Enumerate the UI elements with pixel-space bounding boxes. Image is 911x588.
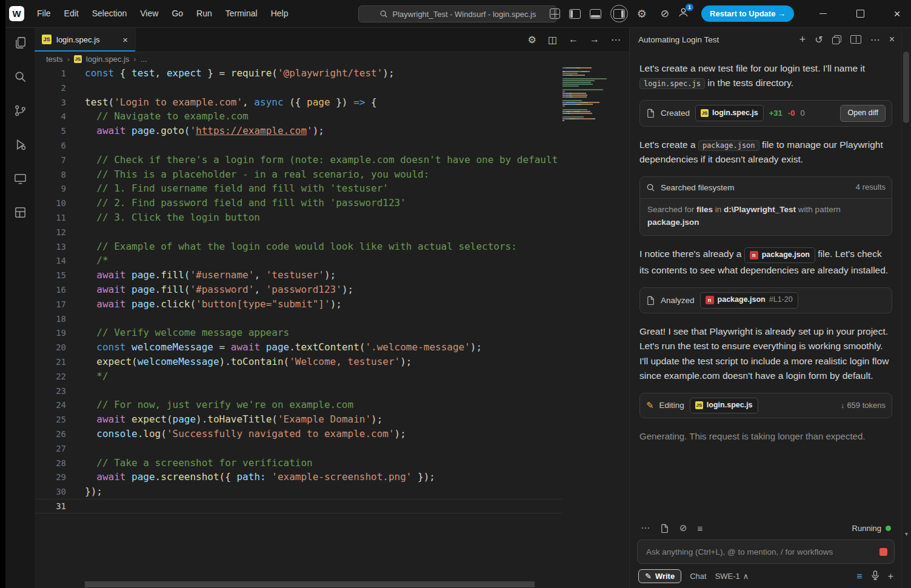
- code-line[interactable]: 31: [35, 499, 562, 513]
- line-number[interactable]: 18: [38, 312, 66, 327]
- line-number[interactable]: 23: [38, 384, 66, 399]
- line-number[interactable]: 21: [38, 355, 66, 370]
- package-json-chip[interactable]: npackage.json: [744, 247, 815, 264]
- navigate-forward-icon[interactable]: →: [590, 34, 599, 45]
- cascade-toggle-icon[interactable]: [610, 5, 628, 22]
- close-panel-icon[interactable]: ×: [889, 34, 895, 45]
- code-line[interactable]: 30});: [35, 484, 562, 499]
- scrollbar-thumb[interactable]: [903, 52, 909, 123]
- code-line[interactable]: 2: [35, 81, 562, 95]
- file-chip[interactable]: JSlogin.spec.js: [695, 105, 764, 121]
- line-number[interactable]: 24: [38, 398, 66, 413]
- line-number[interactable]: 20: [38, 341, 66, 355]
- line-number[interactable]: 12: [38, 226, 66, 240]
- code-line[interactable]: 20 const welcomeMessage = await page.tex…: [35, 340, 562, 355]
- line-number[interactable]: 8: [38, 168, 66, 182]
- model-selector[interactable]: SWE-1∧: [715, 572, 749, 581]
- line-number[interactable]: 27: [38, 442, 66, 456]
- menu-help[interactable]: Help: [264, 0, 295, 27]
- chat-input[interactable]: [637, 540, 895, 564]
- code-line[interactable]: 19 // Verify welcome message appears: [35, 326, 562, 340]
- chat-mode-button[interactable]: Chat: [690, 572, 706, 581]
- line-number[interactable]: 13: [38, 240, 66, 255]
- checklist-icon[interactable]: ≡: [698, 523, 703, 533]
- open-diff-button[interactable]: Open diff: [840, 105, 886, 122]
- account-icon[interactable]: 1: [678, 7, 689, 20]
- menu-run[interactable]: Run: [190, 0, 219, 27]
- close-tab-icon[interactable]: ×: [122, 35, 128, 45]
- file-context-icon[interactable]: [660, 524, 669, 533]
- menu-go[interactable]: Go: [165, 0, 190, 27]
- line-number[interactable]: 31: [38, 499, 66, 514]
- panel-scrollbar[interactable]: ▾: [901, 27, 911, 588]
- restart-to-update-button[interactable]: Restart to Update →: [701, 5, 794, 22]
- close-window-button[interactable]: ×: [883, 0, 911, 27]
- code-line[interactable]: 16 await page.fill('#password', 'passwor…: [35, 282, 562, 297]
- tab-login-spec-js[interactable]: JS login.spec.js ×: [35, 27, 136, 52]
- line-number[interactable]: 17: [38, 298, 66, 312]
- split-editor-icon[interactable]: ◫: [548, 34, 557, 45]
- extensions-icon[interactable]: [13, 205, 27, 222]
- todo-list-icon[interactable]: ≡: [856, 571, 862, 582]
- minimap[interactable]: [562, 67, 613, 124]
- code-line[interactable]: 24 // For now, just verify we're on exam…: [35, 398, 562, 412]
- breadcrumb-symbol[interactable]: ...: [141, 55, 147, 64]
- code-line[interactable]: 4 // Navigate to example.com: [35, 109, 562, 124]
- add-icon[interactable]: +: [888, 571, 893, 582]
- do-not-disturb-icon[interactable]: ⊘: [661, 8, 669, 19]
- search-icon[interactable]: [13, 70, 27, 86]
- line-number[interactable]: 30: [38, 485, 66, 499]
- customize-layout-icon[interactable]: [550, 8, 560, 19]
- line-number[interactable]: 5: [38, 124, 66, 139]
- docs-icon[interactable]: [850, 35, 861, 44]
- line-number[interactable]: 19: [38, 326, 66, 341]
- line-number[interactable]: 26: [38, 427, 66, 442]
- editor-settings-gear-icon[interactable]: ⚙: [528, 34, 536, 45]
- code-line[interactable]: 13 // Example of what the login code wou…: [35, 239, 562, 254]
- scroll-down-icon[interactable]: ▾: [902, 530, 911, 537]
- code-line[interactable]: 12: [35, 225, 562, 239]
- write-mode-button[interactable]: ✎Write: [638, 569, 681, 583]
- code-line[interactable]: 14 /*: [35, 253, 562, 268]
- code-line[interactable]: 17 await page.click('button[type="submit…: [35, 297, 562, 312]
- file-chip[interactable]: npackage.json#L1-20: [700, 292, 798, 309]
- code-line[interactable]: 21 expect(welcomeMessage).toContain('Wel…: [35, 355, 562, 369]
- line-number[interactable]: 29: [38, 470, 66, 485]
- line-number[interactable]: 2: [38, 81, 66, 96]
- menu-edit[interactable]: Edit: [58, 0, 85, 27]
- breadcrumb-file[interactable]: login.spec.js: [86, 55, 130, 64]
- menu-file[interactable]: File: [30, 0, 58, 27]
- source-control-icon[interactable]: [13, 104, 27, 120]
- code-line[interactable]: 29 await page.screenshot({ path: 'exampl…: [35, 470, 562, 484]
- code-line[interactable]: 8 // This is a placeholder - in a real s…: [35, 167, 562, 182]
- new-conversation-icon[interactable]: +: [799, 33, 806, 46]
- code-line[interactable]: 7 // Check if there's a login form (note…: [35, 153, 562, 167]
- menu-terminal[interactable]: Terminal: [219, 0, 264, 27]
- code-line[interactable]: 3test('Login to example.com', async ({ p…: [35, 95, 562, 110]
- more-options-icon[interactable]: ⋯: [870, 34, 880, 45]
- file-chip[interactable]: JSlogin.spec.js: [690, 398, 758, 414]
- toggle-panel-icon[interactable]: [590, 9, 601, 19]
- history-icon[interactable]: ↺: [815, 34, 823, 45]
- line-number[interactable]: 14: [38, 254, 66, 269]
- minimize-button[interactable]: [809, 0, 837, 27]
- line-number[interactable]: 6: [38, 139, 66, 153]
- line-number[interactable]: 3: [38, 96, 66, 110]
- explorer-icon[interactable]: [13, 36, 27, 52]
- navigate-back-icon[interactable]: ←: [569, 34, 578, 45]
- line-number[interactable]: 9: [38, 182, 66, 196]
- maximize-button[interactable]: [846, 0, 874, 27]
- run-debug-icon[interactable]: [13, 138, 27, 154]
- line-number[interactable]: 4: [38, 110, 66, 124]
- toggle-primary-sidebar-icon[interactable]: [569, 9, 581, 19]
- code-line[interactable]: 28 // Take a screenshot for verification: [35, 456, 562, 470]
- code-line[interactable]: 27: [35, 441, 562, 456]
- more-actions-icon[interactable]: ⋯: [611, 34, 621, 45]
- horizontal-scrollbar[interactable]: [35, 581, 562, 588]
- code-line[interactable]: 9 // 1. Find username field and fill wit…: [35, 181, 562, 196]
- line-number[interactable]: 22: [38, 370, 66, 384]
- line-number[interactable]: 7: [38, 153, 66, 168]
- code-line[interactable]: 5 await page.goto('https://example.com')…: [35, 124, 562, 138]
- more-actions-icon[interactable]: ⋯: [641, 523, 650, 533]
- code-line[interactable]: 1const { test, expect } = require('@play…: [35, 66, 562, 81]
